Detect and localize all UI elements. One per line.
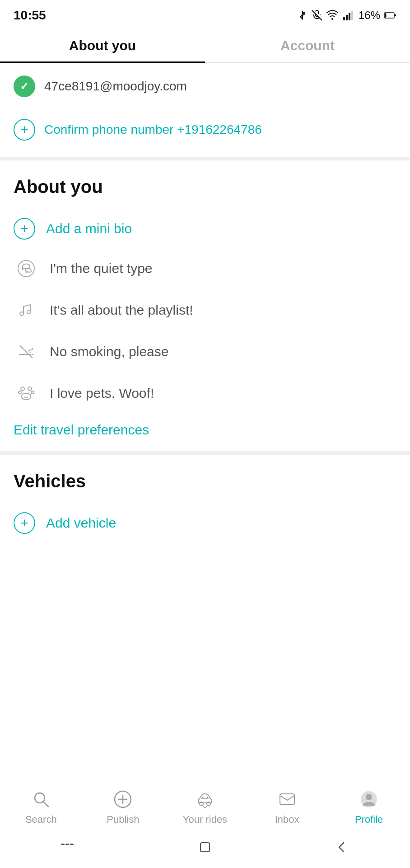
svg-point-28 [366, 794, 372, 800]
quiet-type-text: I'm the quiet type [50, 261, 153, 276]
quiet-type-item[interactable]: I'm the quiet type [14, 248, 396, 289]
pets-icon [14, 381, 39, 406]
playlist-item[interactable]: It's all about the playlist! [14, 289, 396, 331]
phone-confirm-text: Confirm phone number +19162264786 [44, 123, 262, 137]
verified-check-icon [14, 75, 35, 97]
svg-rect-3 [346, 15, 348, 20]
bluetooth-icon [297, 10, 308, 21]
svg-rect-8 [385, 14, 387, 18]
rides-icon [193, 788, 217, 811]
add-bio-text: Add a mini bio [46, 221, 132, 236]
tab-account[interactable]: Account [205, 27, 410, 63]
inbox-icon [275, 788, 299, 811]
add-vehicle-row[interactable]: Add vehicle [14, 504, 396, 542]
playlist-text: It's all about the playlist! [50, 302, 193, 318]
svg-rect-2 [343, 17, 345, 20]
status-bar: 10:55 [0, 0, 410, 27]
add-phone-icon [14, 119, 35, 141]
nav-search[interactable]: Search [19, 788, 64, 826]
battery-text: 16% [359, 9, 380, 22]
edit-travel-preferences-link[interactable]: Edit travel preferences [14, 414, 149, 442]
bottom-nav: Search Publish [0, 780, 410, 868]
svg-rect-5 [351, 11, 353, 20]
profile-icon [357, 788, 381, 811]
vehicles-divider [0, 451, 410, 455]
add-bio-row[interactable]: Add a mini bio [14, 210, 396, 248]
email-text: 47ce8191@moodjoy.com [44, 79, 187, 94]
svg-rect-32 [200, 843, 210, 852]
music-icon [14, 297, 39, 323]
svg-point-10 [20, 312, 23, 316]
top-tabs: About you Account [0, 27, 410, 63]
nav-publish-label: Publish [107, 814, 139, 826]
add-vehicle-icon [14, 512, 35, 534]
battery-icon [384, 10, 396, 21]
android-back-btn[interactable] [332, 837, 352, 857]
phone-confirm-row[interactable]: Confirm phone number +19162264786 [0, 110, 410, 157]
tab-about-you[interactable]: About you [0, 27, 205, 63]
svg-line-21 [43, 802, 48, 807]
svg-rect-31 [70, 844, 74, 845]
svg-point-11 [27, 310, 31, 314]
svg-rect-4 [349, 13, 350, 20]
no-smoking-item[interactable]: No smoking, please [14, 331, 396, 373]
vehicles-section: Vehicles Add vehicle [0, 455, 410, 551]
nav-profile[interactable]: Profile [346, 788, 391, 826]
wifi-icon [326, 10, 339, 21]
signal-icon [342, 10, 355, 21]
android-nav-bar [0, 830, 410, 868]
nav-items: Search Publish [0, 780, 410, 830]
chat-icon [14, 256, 39, 281]
svg-rect-7 [394, 14, 396, 16]
no-smoking-icon [14, 339, 39, 364]
svg-point-16 [21, 387, 24, 391]
nav-inbox[interactable]: Inbox [265, 788, 310, 826]
section-divider [0, 157, 410, 160]
vehicles-title: Vehicles [14, 471, 396, 491]
svg-point-1 [331, 18, 333, 20]
status-icons: 16% [297, 9, 396, 22]
nav-your-rides[interactable]: Your rides [182, 788, 228, 826]
about-you-title: About you [14, 177, 396, 197]
about-you-section: About you Add a mini bio I'm the quiet t… [0, 160, 410, 451]
svg-point-18 [19, 391, 21, 394]
publish-icon [111, 788, 135, 811]
android-home-btn[interactable] [195, 837, 215, 857]
svg-rect-29 [61, 844, 65, 845]
no-smoking-text: No smoking, please [50, 344, 168, 359]
mute-icon [312, 10, 322, 21]
nav-search-label: Search [25, 814, 57, 826]
add-bio-icon [14, 218, 35, 240]
add-vehicle-text: Add vehicle [46, 515, 116, 531]
search-icon [29, 788, 53, 811]
nav-rides-label: Your rides [183, 814, 227, 826]
nav-publish[interactable]: Publish [100, 788, 145, 826]
svg-rect-30 [65, 844, 69, 845]
svg-point-19 [31, 391, 34, 394]
svg-point-17 [28, 387, 32, 391]
nav-inbox-label: Inbox [275, 814, 299, 826]
nav-profile-label: Profile [355, 814, 383, 826]
android-menu-btn[interactable] [58, 837, 78, 857]
email-row: 47ce8191@moodjoy.com [0, 63, 410, 110]
pets-item[interactable]: I love pets. Woof! [14, 373, 396, 414]
status-time: 10:55 [14, 8, 46, 23]
pets-text: I love pets. Woof! [50, 386, 154, 401]
